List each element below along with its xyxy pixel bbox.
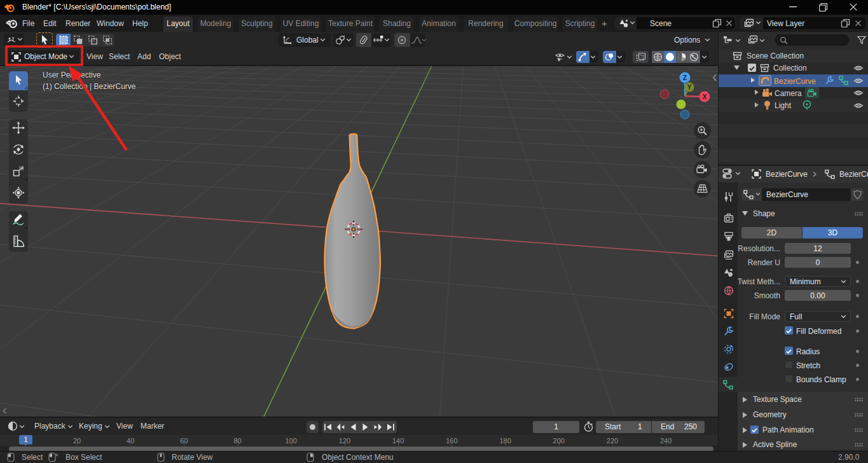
svg-text:X: X (703, 93, 707, 100)
svg-text:Z: Z (683, 74, 687, 81)
svg-text:Y: Y (687, 84, 692, 91)
